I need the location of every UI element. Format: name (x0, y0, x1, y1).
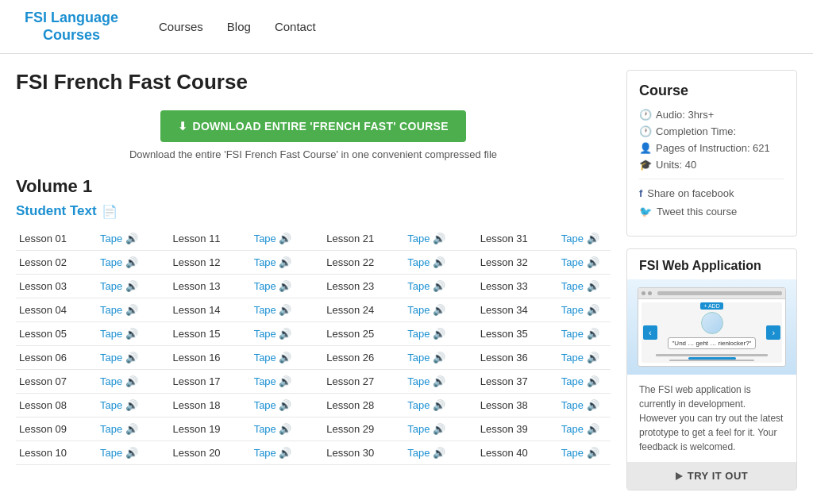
audio-icon[interactable]: 🔊 (584, 304, 599, 316)
tape-link[interactable]: Tape (561, 423, 584, 435)
audio-icon[interactable]: 🔊 (122, 352, 138, 364)
audio-icon[interactable]: 🔊 (584, 423, 599, 435)
nav-contact[interactable]: Contact (275, 20, 316, 33)
tape-link[interactable]: Tape (254, 256, 276, 268)
tape-link[interactable]: Tape (561, 233, 584, 244)
audio-icon[interactable]: 🔊 (584, 328, 599, 340)
tape-link[interactable]: Tape (407, 256, 430, 268)
tape-link[interactable]: Tape (100, 399, 122, 411)
audio-icon[interactable]: 🔊 (276, 352, 292, 364)
tape-link[interactable]: Tape (407, 399, 430, 411)
tape-link[interactable]: Tape (254, 280, 276, 292)
audio-icon[interactable]: 🔊 (122, 399, 138, 411)
tape-cell: Tape 🔊 (251, 346, 324, 370)
audio-icon[interactable]: 🔊 (122, 423, 138, 435)
audio-icon[interactable]: 🔊 (584, 256, 599, 268)
audio-icon[interactable]: 🔊 (122, 233, 138, 244)
audio-icon[interactable]: 🔊 (430, 233, 445, 244)
audio-icon[interactable]: 🔊 (430, 375, 445, 387)
tape-link[interactable]: Tape (254, 352, 276, 364)
tape-cell: Tape 🔊 (251, 251, 324, 275)
audio-icon[interactable]: 🔊 (122, 328, 138, 340)
audio-icon[interactable]: 🔊 (430, 423, 445, 435)
tape-link[interactable]: Tape (100, 328, 122, 340)
tape-link[interactable]: Tape (407, 375, 430, 387)
tape-link[interactable]: Tape (254, 423, 276, 435)
tape-link[interactable]: Tape (407, 233, 430, 244)
tape-link[interactable]: Tape (100, 352, 122, 364)
tape-link[interactable]: Tape (100, 233, 122, 244)
tape-cell: Tape 🔊 (404, 227, 477, 251)
tape-link[interactable]: Tape (254, 233, 276, 244)
audio-icon[interactable]: 🔊 (430, 328, 445, 340)
audio-icon[interactable]: 🔊 (122, 280, 138, 292)
tape-link[interactable]: Tape (561, 256, 584, 268)
tape-link[interactable]: Tape (407, 423, 430, 435)
lesson-label: Lesson 18 (170, 394, 251, 417)
tape-link[interactable]: Tape (561, 280, 584, 292)
lesson-label: Lesson 27 (323, 370, 404, 394)
audio-icon[interactable]: 🔊 (122, 375, 138, 387)
audio-icon[interactable]: 🔊 (276, 399, 292, 411)
twitter-share[interactable]: 🐦 Tweet this course (639, 206, 784, 217)
audio-icon[interactable]: 🔊 (276, 328, 292, 340)
audio-icon[interactable]: 🔊 (584, 352, 599, 364)
tape-link[interactable]: Tape (561, 447, 584, 459)
audio-icon[interactable]: 🔊 (430, 280, 445, 292)
audio-icon[interactable]: 🔊 (122, 447, 138, 459)
tape-link[interactable]: Tape (100, 256, 122, 268)
tape-link[interactable]: Tape (561, 352, 584, 364)
tape-cell: Tape 🔊 (404, 370, 477, 394)
audio-icon[interactable]: 🔊 (122, 256, 138, 268)
tape-link[interactable]: Tape (407, 447, 430, 459)
try-it-button[interactable]: TRY IT OUT (627, 462, 796, 490)
tape-link[interactable]: Tape (100, 447, 122, 459)
tape-link[interactable]: Tape (561, 399, 584, 411)
tape-cell: Tape 🔊 (97, 370, 170, 394)
tape-link[interactable]: Tape (100, 304, 122, 316)
tape-link[interactable]: Tape (254, 399, 276, 411)
tape-link[interactable]: Tape (407, 352, 430, 364)
audio-icon[interactable]: 🔊 (276, 423, 292, 435)
audio-icon[interactable]: 🔊 (430, 352, 445, 364)
facebook-share[interactable]: f Share on facebook (639, 187, 784, 199)
tape-link[interactable]: Tape (254, 447, 276, 459)
audio-icon[interactable]: 🔊 (430, 304, 445, 316)
tape-link[interactable]: Tape (407, 280, 430, 292)
audio-icon[interactable]: 🔊 (430, 447, 445, 459)
grad-icon: 🎓 (639, 159, 652, 171)
audio-icon[interactable]: 🔊 (430, 256, 445, 268)
audio-icon[interactable]: 🔊 (276, 304, 292, 316)
site-logo[interactable]: FSI Language Courses (16, 10, 127, 44)
download-icon: ⬇ (178, 120, 187, 133)
table-row: Lesson 05Tape 🔊Lesson 15Tape 🔊Lesson 25T… (16, 322, 611, 346)
tape-link[interactable]: Tape (561, 304, 584, 316)
tape-link[interactable]: Tape (407, 328, 430, 340)
tape-link[interactable]: Tape (561, 328, 584, 340)
audio-icon[interactable]: 🔊 (276, 375, 292, 387)
audio-icon[interactable]: 🔊 (584, 233, 599, 244)
audio-icon[interactable]: 🔊 (122, 304, 138, 316)
audio-icon[interactable]: 🔊 (276, 256, 292, 268)
audio-icon[interactable]: 🔊 (584, 447, 599, 459)
audio-icon[interactable]: 🔊 (276, 280, 292, 292)
audio-icon[interactable]: 🔊 (276, 447, 292, 459)
audio-icon[interactable]: 🔊 (276, 233, 292, 244)
tape-link[interactable]: Tape (254, 328, 276, 340)
table-row: Lesson 07Tape 🔊Lesson 17Tape 🔊Lesson 27T… (16, 370, 611, 394)
tape-link[interactable]: Tape (100, 423, 122, 435)
tape-link[interactable]: Tape (100, 375, 122, 387)
audio-icon[interactable]: 🔊 (584, 280, 599, 292)
tape-link[interactable]: Tape (254, 304, 276, 316)
audio-icon[interactable]: 🔊 (584, 375, 599, 387)
nav-blog[interactable]: Blog (227, 20, 251, 33)
download-button[interactable]: ⬇ DOWNLOAD ENTIRE 'FRENCH FAST' COURSE (160, 110, 466, 142)
tape-link[interactable]: Tape (100, 280, 122, 292)
nav-courses[interactable]: Courses (159, 20, 203, 33)
audio-icon[interactable]: 🔊 (584, 399, 599, 411)
audio-icon[interactable]: 🔊 (430, 399, 445, 411)
tape-link[interactable]: Tape (407, 304, 430, 316)
tape-cell: Tape 🔊 (251, 441, 324, 465)
tape-link[interactable]: Tape (254, 375, 276, 387)
tape-link[interactable]: Tape (561, 375, 584, 387)
